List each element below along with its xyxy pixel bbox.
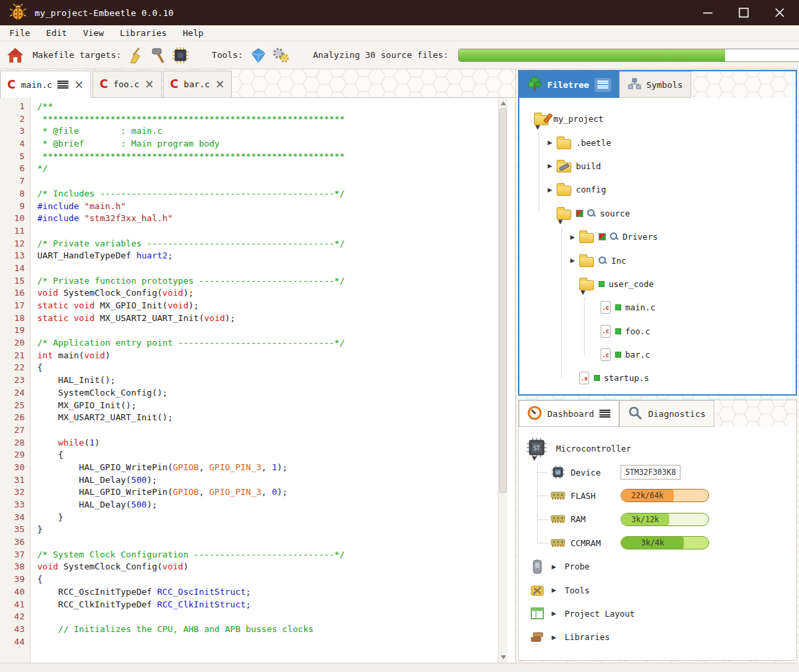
minimize-button[interactable] bbox=[702, 7, 714, 19]
line-number: 42 bbox=[0, 611, 25, 623]
tab-close-icon[interactable]: × bbox=[215, 79, 224, 90]
expand-arrow-icon[interactable]: ▶ bbox=[550, 587, 558, 593]
flash-label: FLASH bbox=[571, 491, 615, 501]
line-number: 8 bbox=[0, 188, 25, 200]
expand-arrow-icon[interactable]: ▶ bbox=[550, 634, 558, 641]
section-tools[interactable]: ▶ Tools bbox=[519, 578, 796, 601]
code-line bbox=[37, 175, 498, 188]
code-line: ****************************************… bbox=[37, 151, 498, 163]
menu-file[interactable]: File bbox=[1, 25, 38, 41]
menu-view[interactable]: View bbox=[75, 25, 112, 41]
expand-arrow-icon[interactable]: ▶ bbox=[546, 186, 554, 193]
dashboard-gauge-icon bbox=[527, 406, 542, 422]
analyze-progress-fill bbox=[459, 49, 725, 61]
line-number: 22 bbox=[0, 362, 25, 374]
code-editor[interactable]: 1234567891011121314151617181920212223242… bbox=[0, 97, 515, 663]
microcontroller-item[interactable]: ST Microcontroller bbox=[519, 437, 796, 460]
code-line: HAL_Init(); bbox=[37, 374, 498, 387]
tools-gears-button[interactable] bbox=[272, 45, 290, 66]
expand-arrow-icon[interactable]: ▶ bbox=[546, 163, 554, 169]
expanded-arrow-icon[interactable]: ▼ bbox=[581, 289, 585, 296]
tree-item-my_project[interactable]: my_project bbox=[519, 107, 796, 131]
clean-broom-button[interactable] bbox=[128, 45, 145, 66]
code-line: int main(void) bbox=[37, 350, 498, 362]
code-line: /* Private variables -------------------… bbox=[37, 238, 498, 250]
probe-label: Probe bbox=[565, 561, 590, 571]
serial-monitor-gem-button[interactable] bbox=[250, 45, 267, 66]
line-number: 19 bbox=[0, 324, 25, 337]
c-file-icon: C bbox=[7, 79, 15, 91]
section-probe[interactable]: ▶ Probe bbox=[519, 555, 796, 578]
code-line bbox=[37, 424, 498, 437]
toolbar: Makefile targets: Tools: bbox=[0, 41, 799, 69]
scroll-down-icon[interactable] bbox=[501, 655, 506, 659]
symbols-tab-label: Symbols bbox=[647, 80, 683, 90]
menu-libraries[interactable]: Libraries bbox=[112, 25, 174, 41]
scroll-up-icon[interactable] bbox=[501, 101, 506, 105]
tab-symbols[interactable]: Symbols bbox=[619, 71, 692, 98]
tab-close-icon[interactable]: × bbox=[144, 79, 154, 90]
home-button[interactable] bbox=[7, 45, 24, 66]
line-number: 32 bbox=[0, 486, 25, 499]
section-project-layout[interactable]: ▶ Project Layout bbox=[519, 602, 796, 625]
tree-item-config[interactable]: ▶config bbox=[519, 178, 796, 201]
tree-item-.beetle[interactable]: ▶.beetle bbox=[519, 131, 796, 154]
status-ok-icon bbox=[615, 352, 621, 358]
diagnostics-tab-label: Diagnostics bbox=[648, 409, 705, 419]
menu-edit[interactable]: Edit bbox=[38, 25, 75, 41]
c-file-icon: C bbox=[170, 79, 178, 90]
expand-arrow-icon[interactable]: ▶ bbox=[569, 257, 577, 264]
ram-usage-fill: 3k/12k bbox=[621, 513, 669, 525]
close-button[interactable] bbox=[774, 7, 786, 19]
expand-arrow-icon[interactable]: ▶ bbox=[546, 139, 554, 146]
ram-usage-value: 3k/12k bbox=[631, 515, 659, 524]
section-libraries[interactable]: ▶ Libraries bbox=[519, 625, 796, 649]
menubar: File Edit View Libraries Help bbox=[0, 25, 799, 41]
dashboard-menu-icon[interactable] bbox=[599, 410, 611, 418]
tab-dashboard[interactable]: Dashboard bbox=[519, 400, 619, 427]
line-number: 3 bbox=[0, 125, 25, 138]
line-number: 40 bbox=[0, 586, 25, 599]
expanded-arrow-icon[interactable]: ▼ bbox=[535, 124, 540, 131]
tree-item-label: config bbox=[576, 184, 606, 194]
expanded-arrow-icon[interactable]: ▼ bbox=[558, 218, 563, 225]
tab-close-icon[interactable]: × bbox=[74, 79, 83, 91]
line-number: 31 bbox=[0, 474, 25, 487]
code-line: HAL_GPIO_WritePin(GPIOB, GPIO_PIN_3, 1); bbox=[37, 462, 498, 474]
build-hammer-button[interactable] bbox=[150, 45, 167, 66]
line-number: 4 bbox=[0, 138, 25, 151]
filetree-menu-icon[interactable] bbox=[595, 78, 611, 92]
ccmram-usage-value: 3k/4k bbox=[641, 538, 665, 547]
expand-arrow-icon[interactable]: ▶ bbox=[569, 234, 577, 240]
device-row: ST Device STM32F303K8 bbox=[519, 460, 796, 484]
maximize-button[interactable] bbox=[738, 7, 750, 19]
tab-bar-c[interactable]: C bar.c × bbox=[163, 71, 232, 97]
tab-foo-c[interactable]: C foo.c × bbox=[93, 71, 162, 97]
editor-scrollbar[interactable] bbox=[498, 98, 507, 663]
scrollbar-thumb[interactable] bbox=[499, 109, 507, 493]
expand-arrow-icon[interactable]: ▶ bbox=[550, 610, 558, 617]
code-lines[interactable]: /** ************************************… bbox=[31, 98, 498, 663]
expanded-arrow-icon[interactable]: ▼ bbox=[532, 455, 537, 462]
cfile-icon: .c bbox=[601, 348, 611, 361]
code-line: { bbox=[37, 573, 498, 586]
line-number: 38 bbox=[0, 561, 25, 573]
gutter: 1234567891011121314151617181920212223242… bbox=[0, 98, 31, 663]
tab-diagnostics[interactable]: Diagnostics bbox=[619, 400, 714, 427]
expand-arrow-icon[interactable]: ▶ bbox=[550, 563, 558, 570]
tab-main-c[interactable]: C main.c × bbox=[0, 71, 91, 98]
flash-usage-bar: 22k/64k bbox=[621, 489, 709, 502]
line-number: 7 bbox=[0, 175, 25, 188]
tab-filetree[interactable]: Filetree bbox=[519, 71, 619, 98]
code-line bbox=[37, 262, 498, 275]
code-line: { bbox=[37, 362, 498, 374]
menu-help[interactable]: Help bbox=[174, 25, 211, 41]
dashboard-body: ST Microcontroller ▼ bbox=[519, 427, 796, 660]
line-number: 15 bbox=[0, 275, 25, 288]
search-badge-icon bbox=[610, 232, 619, 241]
tools-section-label: Tools bbox=[565, 585, 590, 595]
device-value[interactable]: STM32F303K8 bbox=[621, 465, 680, 480]
tab-menu-icon[interactable] bbox=[57, 81, 69, 89]
tree-item-build[interactable]: ▶build bbox=[519, 155, 796, 178]
flash-chip-button[interactable] bbox=[172, 45, 189, 66]
